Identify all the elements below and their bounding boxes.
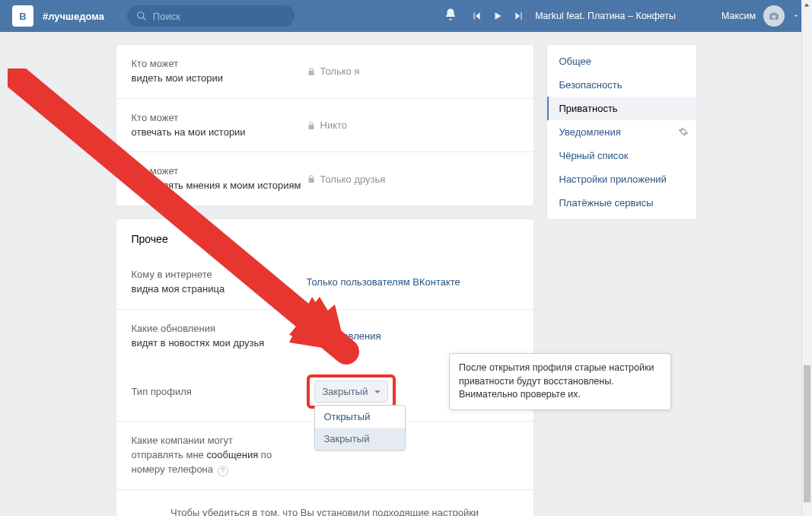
setting-label: Какие компании могут отправлять мне сооб… (132, 434, 307, 477)
user-name: Максим (721, 11, 756, 21)
privacy-footer-note: Чтобы убедиться в том, что Вы установили… (116, 490, 533, 516)
setting-row[interactable]: Кто можетотправлять мнения к моим истори… (116, 152, 533, 205)
setting-label: Тип профиля (132, 385, 307, 400)
sidebar-item[interactable]: Общее (547, 49, 696, 73)
setting-value: Только друзья (307, 174, 518, 185)
sidebar-item[interactable]: Платёжные сервисы (547, 191, 696, 215)
camera-icon (769, 11, 779, 21)
setting-row[interactable]: Кому в интернетевидна моя страницаТолько… (116, 256, 533, 310)
search-placeholder: Поиск (153, 11, 180, 22)
svg-point-0 (138, 12, 144, 18)
setting-value: Все обновления (307, 330, 518, 342)
search-icon (136, 11, 147, 21)
setting-label: Какие обновлениявидят в новостях мои дру… (132, 322, 307, 351)
page-scrollbar[interactable] (801, 0, 812, 516)
profile-restore-tooltip: После открытия профиля старые настройки … (449, 353, 671, 410)
player-controls (471, 11, 524, 21)
search-input[interactable]: Поиск (127, 5, 295, 27)
vk-logo[interactable]: B (12, 5, 33, 27)
chevron-down-icon (792, 12, 800, 20)
sidebar-item[interactable]: Чёрный список (547, 144, 696, 167)
setting-value: Только я (307, 65, 518, 77)
section-title: Прочее (116, 219, 533, 256)
setting-row[interactable]: Кто можетвидеть мои историиТолько я (116, 45, 533, 99)
annotation-highlight-box: Закрытый Открытый Закрытый (307, 374, 396, 409)
prev-track-icon[interactable] (471, 11, 482, 21)
scroll-thumb[interactable] (804, 365, 810, 502)
help-icon[interactable]: ? (218, 466, 228, 476)
setting-label: Кто можетвидеть мои истории (132, 57, 307, 86)
setting-label: Кто можетотправлять мнения к моим истори… (132, 164, 307, 193)
profile-type-dropdown[interactable]: Закрытый Открытый Закрытый (314, 381, 389, 403)
avatar (763, 5, 785, 27)
user-menu[interactable]: Максим (721, 5, 800, 27)
lock-icon (307, 121, 316, 130)
setting-label: Кто можетотвечать на мои истории (132, 111, 307, 140)
now-playing-title[interactable]: Markul feat. Платина – Конфеты (535, 11, 676, 21)
sidebar-item[interactable]: Приватность (547, 97, 696, 120)
next-track-icon[interactable] (514, 11, 524, 21)
sidebar-item[interactable]: Безопасность (547, 73, 696, 97)
svg-line-1 (143, 18, 146, 21)
sidebar-item[interactable]: Уведомления (547, 120, 696, 144)
setting-value: Только пользователям ВКонтакте (307, 276, 518, 288)
setting-label: Кому в интернетевидна моя страница (132, 268, 307, 297)
dropdown-button[interactable]: Закрытый (314, 381, 389, 403)
gear-icon[interactable] (678, 126, 689, 139)
sidebar-item[interactable]: Настройки приложений (547, 167, 696, 191)
dropdown-menu: Открытый Закрытый (314, 405, 406, 451)
play-icon[interactable] (492, 11, 503, 21)
privacy-card-1: Кто можетвидеть мои историиТолько яКто м… (116, 44, 534, 206)
scroll-up-button[interactable] (801, 0, 812, 11)
dropdown-option-open[interactable]: Открытый (315, 406, 405, 428)
hashtag[interactable]: #лучшедома (43, 11, 104, 22)
notifications-bell-icon[interactable] (444, 8, 457, 24)
lock-icon (307, 67, 316, 76)
dropdown-option-closed[interactable]: Закрытый (315, 428, 405, 450)
setting-value: Никто (307, 119, 518, 131)
topbar: B #лучшедома Поиск Markul feat. Платина … (0, 0, 812, 32)
lock-icon (307, 174, 316, 183)
settings-sidebar: ОбщееБезопасностьПриватностьУведомленияЧ… (546, 44, 697, 220)
setting-row[interactable]: Кто можетотвечать на мои историиНикто (116, 99, 533, 153)
